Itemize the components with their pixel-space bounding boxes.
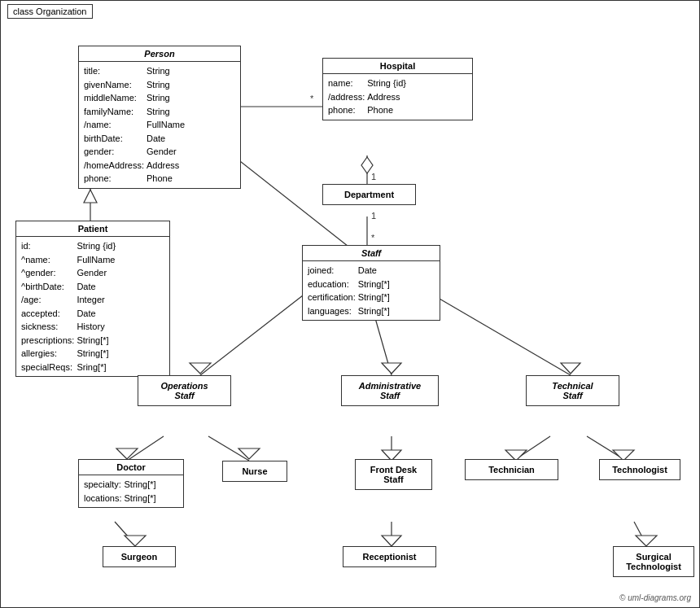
patient-class: Patient id:String {id} ^name:FullName ^g…: [15, 221, 170, 377]
receptionist-class: Receptionist: [343, 546, 436, 567]
administrative-staff-class: AdministrativeStaff: [341, 375, 439, 406]
svg-marker-14: [561, 363, 580, 374]
svg-marker-26: [125, 536, 146, 546]
svg-marker-5: [84, 190, 97, 203]
svg-line-25: [115, 522, 135, 545]
person-title: Person: [79, 46, 240, 62]
person-body: title:String givenName:String middleName…: [79, 62, 240, 188]
technologist-class: Technologist: [599, 459, 680, 480]
hospital-title: Hospital: [323, 59, 472, 74]
doctor-class: Doctor specialty:String[*] locations:Str…: [78, 459, 184, 508]
technician-class: Technician: [465, 459, 558, 480]
staff-body: joined:Date education:String[*] certific…: [303, 261, 440, 320]
svg-line-17: [208, 436, 249, 461]
technical-staff-class: TechnicalStaff: [526, 375, 619, 406]
operations-staff-class: OperationsStaff: [138, 375, 231, 406]
svg-marker-12: [382, 363, 401, 374]
svg-text:*: *: [371, 233, 375, 243]
person-class: Person title:String givenName:String mid…: [78, 46, 241, 189]
svg-text:1: 1: [371, 211, 376, 221]
svg-marker-18: [238, 448, 260, 459]
nurse-class: Nurse: [222, 461, 287, 482]
staff-title: Staff: [303, 246, 440, 261]
svg-line-23: [587, 436, 623, 459]
svg-marker-30: [636, 536, 657, 546]
staff-class: Staff joined:Date education:String[*] ce…: [302, 245, 440, 321]
svg-line-13: [424, 290, 571, 375]
svg-marker-10: [190, 363, 211, 374]
front-desk-staff-class: Front DeskStaff: [355, 459, 432, 490]
svg-line-15: [127, 436, 164, 461]
department-class: Department: [322, 184, 416, 205]
patient-body: id:String {id} ^name:FullName ^gender:Ge…: [16, 237, 169, 376]
svg-line-9: [200, 290, 310, 375]
surgical-technologist-class: SurgicalTechnologist: [613, 546, 694, 577]
patient-title: Patient: [16, 221, 169, 237]
svg-marker-28: [382, 536, 401, 546]
hospital-body: name:String {id} /address:Address phone:…: [323, 74, 472, 120]
doctor-body: specialty:String[*] locations:String[*]: [79, 475, 183, 507]
svg-text:*: *: [310, 94, 314, 103]
hospital-class: Hospital name:String {id} /address:Addre…: [322, 58, 473, 120]
svg-marker-2: [361, 157, 373, 173]
svg-line-21: [516, 436, 550, 459]
svg-text:1: 1: [371, 172, 376, 182]
doctor-title: Doctor: [79, 460, 183, 475]
diagram-container: class Organization: [0, 0, 700, 608]
svg-line-29: [634, 522, 646, 545]
copyright: © uml-diagrams.org: [619, 593, 691, 602]
svg-marker-16: [116, 448, 138, 459]
surgeon-class: Surgeon: [103, 546, 176, 567]
diagram-title: class Organization: [7, 4, 93, 19]
